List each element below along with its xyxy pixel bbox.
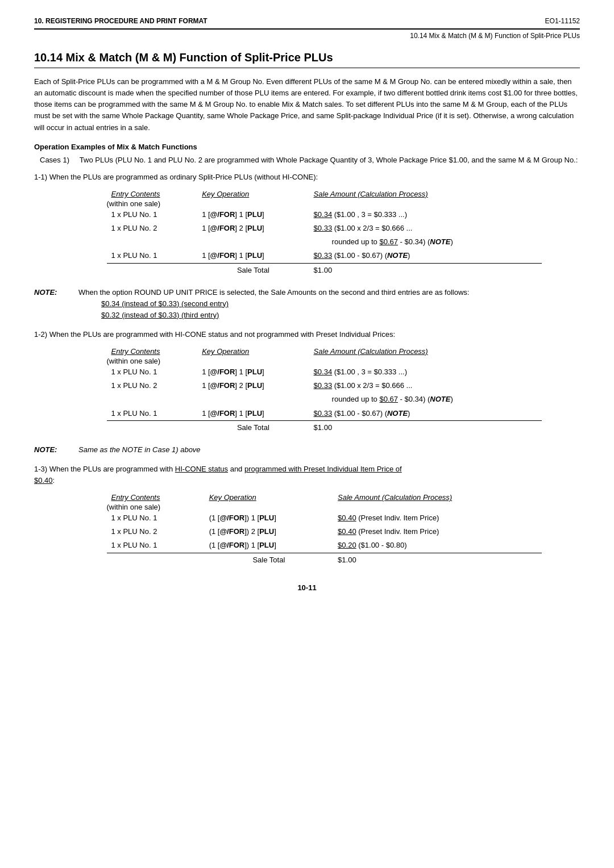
footer-label-1-3: Sale Total: [205, 553, 333, 566]
table-1-2: Entry Contents Key Operation Sale Amount…: [107, 346, 542, 434]
key-op-1-1-3: 1 [@/FOR] 1 [PLU]: [197, 249, 309, 263]
table-row: 1 x PLU No. 1 (1 [@/FOR]) 1 [PLU] $0.20 …: [107, 539, 542, 553]
section-1-3-title: 1-3) When the PLUs are programmed with H…: [34, 464, 580, 486]
col1-sub-1-3: (within one sale): [107, 503, 205, 511]
sale-1-3-3: $0.20 ($1.00 - $0.80): [333, 539, 541, 553]
intro-paragraph: Each of Split-Price PLUs can be programm…: [34, 76, 580, 133]
sale-1-2-3: $0.33 ($1.00 - $0.67) (NOTE): [309, 407, 542, 421]
table-footer-1-2: Sale Total $1.00: [107, 420, 542, 434]
sale-1-1-2b: rounded up to $0.67 - $0.34) (NOTE): [309, 235, 542, 249]
col2-header-1-1: Key Operation: [197, 189, 309, 199]
cases-intro-label: Cases 1): [40, 156, 69, 164]
sale-1-1-2: $0.33 ($1.00 x 2/3 = $0.666 ...: [309, 222, 542, 235]
table-1-3-container: Entry Contents Key Operation Sale Amount…: [68, 492, 580, 566]
table-row: 1 x PLU No. 2 1 [@/FOR] 2 [PLU] $0.33 ($…: [107, 379, 542, 393]
note-2-label: NOTE:: [34, 445, 57, 454]
table-1-1-container: Entry Contents Key Operation Sale Amount…: [68, 189, 580, 277]
header-right: EO1-11152: [545, 17, 580, 25]
entry-1-2-3: 1 x PLU No. 1: [107, 407, 198, 421]
key-op-1-3-1: (1 [@/FOR]) 1 [PLU]: [205, 511, 333, 525]
entry-1-1-3: 1 x PLU No. 1: [107, 249, 198, 263]
section-1-3: 1-3) When the PLUs are programmed with H…: [34, 464, 580, 566]
key-op-1-1-1: 1 [@/FOR] 1 [PLU]: [197, 208, 309, 222]
note-2: NOTE: Same as the NOTE in Case 1) above: [34, 444, 580, 456]
note-1-sub: $0.34 (instead of $0.33) (second entry): [78, 298, 469, 310]
col3-header-1-3: Sale Amount (Calculation Process): [333, 492, 541, 503]
col1-header-1-1: Entry Contents: [107, 189, 198, 199]
col3-header-1-2: Sale Amount (Calculation Process): [309, 346, 542, 357]
note-1: NOTE: When the option ROUND UP UNIT PRIC…: [34, 287, 580, 321]
table-row: 1 x PLU No. 1 1 [@/FOR] 1 [PLU] $0.34 ($…: [107, 208, 542, 222]
note-1-label: NOTE:: [34, 288, 57, 297]
key-op-1-2-3: 1 [@/FOR] 1 [PLU]: [197, 407, 309, 421]
sale-1-3-2: $0.40 (Preset Indiv. Item Price): [333, 525, 541, 539]
op-examples-title: Operation Examples of Mix & Match Functi…: [34, 143, 580, 151]
sale-1-2-2b: rounded up to $0.67 - $0.34) (NOTE): [309, 393, 542, 406]
cases-intro-text: Two PLUs (PLU No. 1 and PLU No. 2 are pr…: [80, 156, 578, 164]
table-row: rounded up to $0.67 - $0.34) (NOTE): [107, 235, 542, 249]
entry-1-1-1: 1 x PLU No. 1: [107, 208, 198, 222]
key-op-1-1-2: 1 [@/FOR] 2 [PLU]: [197, 222, 309, 235]
note-1-content: When the option ROUND UP UNIT PRICE is s…: [78, 287, 469, 321]
sale-1-1-3: $0.33 ($1.00 - $0.67) (NOTE): [309, 249, 542, 263]
col1-header-1-2: Entry Contents: [107, 346, 198, 357]
sale-1-2-1: $0.34 ($1.00 , 3 = $0.333 ...): [309, 365, 542, 379]
entry-1-2-1: 1 x PLU No. 1: [107, 365, 198, 379]
sale-1-3-1: $0.40 (Preset Indiv. Item Price): [333, 511, 541, 525]
header-sub: 10.14 Mix & Match (M & M) Function of Sp…: [34, 32, 580, 40]
footer-value-1-3: $1.00: [333, 553, 541, 566]
sale-1-2-2: $0.33 ($1.00 x 2/3 = $0.666 ...: [309, 379, 542, 393]
header-left: 10. REGISTERING PROCEDURE AND PRINT FORM…: [34, 17, 208, 25]
table-row: 1 x PLU No. 2 (1 [@/FOR]) 2 [PLU] $0.40 …: [107, 525, 542, 539]
table-row: 1 x PLU No. 1 1 [@/FOR] 1 [PLU] $0.33 ($…: [107, 249, 542, 263]
entry-1-3-1: 1 x PLU No. 1: [107, 511, 205, 525]
table-1-2-container: Entry Contents Key Operation Sale Amount…: [68, 346, 580, 434]
col2-header-1-3: Key Operation: [205, 492, 333, 503]
table-row: rounded up to $0.67 - $0.34) (NOTE): [107, 393, 542, 406]
table-1-3: Entry Contents Key Operation Sale Amount…: [107, 492, 542, 566]
table-row: 1 x PLU No. 1 (1 [@/FOR]) 1 [PLU] $0.40 …: [107, 511, 542, 525]
entry-1-2-2: 1 x PLU No. 2: [107, 379, 198, 393]
key-op-1-3-2: (1 [@/FOR]) 2 [PLU]: [205, 525, 333, 539]
section-1-1: 1-1) When the PLUs are programmed as ord…: [34, 172, 580, 277]
header-top: 10. REGISTERING PROCEDURE AND PRINT FORM…: [34, 17, 580, 30]
key-op-1-2-1: 1 [@/FOR] 1 [PLU]: [197, 365, 309, 379]
table-row: 1 x PLU No. 1 1 [@/FOR] 1 [PLU] $0.34 ($…: [107, 365, 542, 379]
note-1-sub2: $0.32 (instead of $0.33) (third entry): [78, 310, 469, 321]
note-2-text: Same as the NOTE in Case 1) above: [78, 444, 201, 456]
col1-sub-1-2: (within one sale): [107, 357, 198, 365]
section-1-2-title: 1-2) When the PLUs are programmed with H…: [34, 329, 580, 340]
entry-1-1-2: 1 x PLU No. 2: [107, 222, 198, 235]
table-footer-1-1: Sale Total $1.00: [107, 263, 542, 277]
key-op-1-3-3: (1 [@/FOR]) 1 [PLU]: [205, 539, 333, 553]
sale-1-1-1: $0.34 ($1.00 , 3 = $0.333 ...): [309, 208, 542, 222]
footer-value-1-2: $1.00: [309, 420, 542, 434]
col1-sub-1-1: (within one sale): [107, 199, 198, 208]
page-footer: 10-11: [34, 583, 580, 592]
section-1-1-title: 1-1) When the PLUs are programmed as ord…: [34, 172, 580, 183]
entry-1-3-2: 1 x PLU No. 2: [107, 525, 205, 539]
col1-header-1-3: Entry Contents: [107, 492, 205, 503]
cases-intro: Cases 1) Two PLUs (PLU No. 1 and PLU No.…: [34, 155, 580, 166]
section-1-2: 1-2) When the PLUs are programmed with H…: [34, 329, 580, 434]
table-row: 1 x PLU No. 2 1 [@/FOR] 2 [PLU] $0.33 ($…: [107, 222, 542, 235]
col2-header-1-2: Key Operation: [197, 346, 309, 357]
table-row: 1 x PLU No. 1 1 [@/FOR] 1 [PLU] $0.33 ($…: [107, 407, 542, 421]
footer-label-1-1: Sale Total: [197, 263, 309, 277]
footer-value-1-1: $1.00: [309, 263, 542, 277]
table-footer-1-3: Sale Total $1.00: [107, 553, 542, 566]
key-op-1-2-2: 1 [@/FOR] 2 [PLU]: [197, 379, 309, 393]
page-number: 10-11: [297, 583, 316, 592]
entry-1-3-3: 1 x PLU No. 1: [107, 539, 205, 553]
section-title: 10.14 Mix & Match (M & M) Function of Sp…: [34, 51, 580, 68]
table-1-1: Entry Contents Key Operation Sale Amount…: [107, 189, 542, 277]
footer-label-1-2: Sale Total: [197, 420, 309, 434]
col3-header-1-1: Sale Amount (Calculation Process): [309, 189, 542, 199]
